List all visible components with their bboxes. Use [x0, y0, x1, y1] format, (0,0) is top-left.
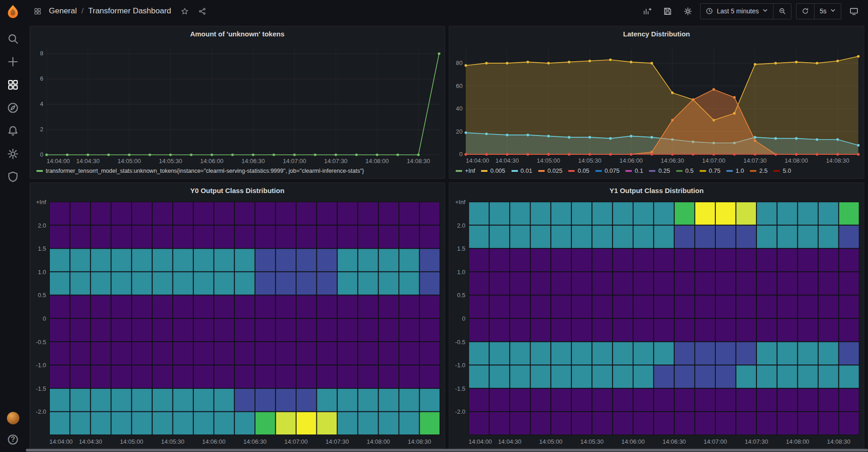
svg-text:0.5: 0.5	[38, 292, 46, 299]
y0-heatmap[interactable]: +Inf2.01.51.00.50-0.5-1.0-1.5-2.014:04:0…	[30, 198, 445, 448]
svg-text:-1.0: -1.0	[36, 362, 46, 369]
svg-text:40: 40	[456, 105, 463, 112]
save-dashboard-icon[interactable]	[660, 3, 675, 19]
svg-text:2: 2	[40, 126, 43, 133]
legend-item[interactable]: 0.75	[700, 167, 720, 174]
legend-item[interactable]: 0.01	[511, 167, 532, 174]
legend-label: +Inf	[465, 167, 475, 174]
legend-item[interactable]: +Inf	[456, 167, 475, 174]
svg-text:14:06:30: 14:06:30	[242, 158, 265, 164]
svg-text:14:06:00: 14:06:00	[200, 158, 224, 164]
panel-unknown-tokens: Amount of 'unknown' tokens 14:04:0014:04…	[30, 26, 445, 179]
legend-label: 0.025	[547, 167, 563, 174]
svg-text:4: 4	[40, 100, 43, 107]
explore-compass-icon[interactable]	[7, 102, 19, 114]
legend-item[interactable]: 0.025	[538, 167, 563, 174]
share-icon[interactable]	[196, 5, 208, 17]
chevron-down-icon	[762, 7, 768, 15]
search-icon[interactable]	[7, 33, 19, 45]
svg-text:14:08:30: 14:08:30	[827, 438, 850, 445]
legend-label: 0.075	[605, 167, 620, 174]
svg-text:14:05:30: 14:05:30	[161, 438, 184, 445]
star-icon[interactable]	[178, 5, 190, 17]
refresh-group: 5s	[796, 3, 841, 19]
left-sidebar: ?	[0, 0, 26, 452]
panel-header-unknown-tokens[interactable]: Amount of 'unknown' tokens	[30, 26, 445, 41]
svg-text:1.5: 1.5	[38, 245, 46, 252]
svg-text:0: 0	[43, 315, 46, 322]
legend-item[interactable]: 0.1	[625, 167, 643, 174]
add-panel-icon[interactable]	[639, 3, 655, 19]
legend-label: transformer_tensorrt_model_stats:unknown…	[46, 168, 364, 174]
legend-item[interactable]: 5.0	[773, 167, 791, 174]
app-root: ? General / Transformer Dashboard	[0, 0, 868, 452]
chevron-down-icon	[830, 7, 836, 15]
horizontal-scrollbar[interactable]	[26, 449, 868, 452]
latency-line-chart[interactable]: 14:04:0014:04:3014:05:0014:05:3014:06:00…	[449, 41, 864, 166]
legend-label: 0.5	[685, 167, 694, 174]
svg-text:0.5: 0.5	[457, 292, 465, 299]
svg-text:14:04:00: 14:04:00	[466, 157, 489, 164]
sidebar-bottom-group: ?	[7, 412, 19, 446]
legend-swatch	[773, 170, 780, 172]
panel-header-y1[interactable]: Y1 Output Class Distribution	[449, 183, 864, 198]
breadcrumb-section[interactable]: General	[49, 6, 77, 16]
svg-text:0: 0	[462, 315, 465, 322]
legend-swatch	[456, 170, 462, 172]
svg-text:14:04:30: 14:04:30	[495, 157, 519, 164]
svg-text:14:07:00: 14:07:00	[702, 157, 725, 164]
time-range-picker[interactable]: Last 5 minutes	[701, 4, 773, 19]
dashboards-grid-icon[interactable]	[7, 79, 19, 91]
server-admin-shield-icon[interactable]	[7, 171, 19, 183]
legend-item[interactable]: 1.0	[726, 167, 744, 174]
svg-text:14:04:00: 14:04:00	[47, 158, 70, 164]
y1-heatmap[interactable]: +Inf2.01.51.00.50-0.5-1.0-1.5-2.014:04:0…	[449, 198, 864, 448]
svg-text:14:08:00: 14:08:00	[785, 157, 808, 164]
panel-header-latency[interactable]: Latency Distribution	[449, 26, 864, 41]
legend-label: 0.25	[658, 167, 670, 174]
panel-title: Latency Distribution	[623, 30, 690, 38]
svg-text:-0.5: -0.5	[36, 339, 46, 346]
legend-item[interactable]: 0.25	[649, 167, 670, 174]
legend-label: 0.01	[521, 167, 532, 174]
refresh-button[interactable]	[797, 4, 814, 19]
panel-header-y0[interactable]: Y0 Output Class Distribution	[30, 183, 445, 198]
alerting-bell-icon[interactable]	[7, 125, 19, 137]
legend-label: 5.0	[783, 167, 791, 174]
help-icon[interactable]: ?	[7, 434, 19, 446]
svg-text:+Inf: +Inf	[455, 199, 465, 205]
cycle-view-monitor-icon[interactable]	[846, 3, 862, 19]
legend-swatch	[481, 170, 488, 172]
legend-label: 1.0	[736, 167, 744, 174]
grafana-logo[interactable]	[6, 4, 20, 19]
legend-label: 0.005	[490, 167, 505, 174]
sidebar-icon-group	[7, 33, 19, 183]
legend-swatch	[750, 170, 756, 172]
legend-item[interactable]: 0.05	[568, 167, 589, 174]
legend-swatch	[511, 170, 518, 172]
configuration-gear-icon[interactable]	[7, 148, 19, 160]
svg-text:14:08:00: 14:08:00	[365, 158, 389, 164]
panel-latency-distribution: Latency Distribution 14:04:0014:04:3014:…	[449, 26, 864, 179]
zoom-out-icon	[779, 7, 786, 15]
legend-item[interactable]: 2.5	[750, 167, 767, 174]
unknown-tokens-line-chart[interactable]: 14:04:0014:04:3014:05:0014:05:3014:06:00…	[30, 41, 445, 167]
time-picker-group: Last 5 minutes	[700, 3, 791, 19]
zoom-out-button[interactable]	[773, 4, 791, 19]
legend-item[interactable]: 0.5	[676, 167, 694, 174]
legend-item[interactable]: 0.005	[481, 167, 505, 174]
time-range-label: Last 5 minutes	[717, 7, 759, 15]
legend-item[interactable]: 0.075	[595, 167, 620, 174]
legend-swatch	[625, 170, 632, 172]
user-avatar[interactable]	[7, 412, 19, 424]
dashboard-settings-gear-icon[interactable]	[680, 3, 696, 19]
legend-item[interactable]: transformer_tensorrt_model_stats:unknown…	[36, 168, 364, 174]
create-plus-icon[interactable]	[7, 56, 19, 68]
breadcrumb-title[interactable]: Transformer Dashboard	[88, 6, 171, 16]
svg-text:14:05:30: 14:05:30	[580, 438, 604, 445]
svg-text:-1.5: -1.5	[36, 385, 46, 392]
refresh-interval-picker[interactable]: 5s	[814, 4, 841, 19]
svg-text:0: 0	[459, 151, 463, 158]
svg-text:8: 8	[40, 50, 43, 57]
apps-grid-icon[interactable]	[31, 5, 43, 17]
